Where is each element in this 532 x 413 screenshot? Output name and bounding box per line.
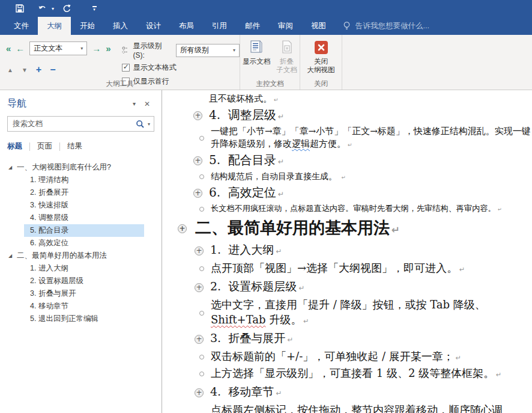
nav-tree-item[interactable]: 4. 调整层级 bbox=[24, 212, 144, 224]
nav-tree-item[interactable]: ◢二、最简单好用的基本用法 bbox=[7, 249, 154, 262]
outline-body-text[interactable]: 点开顶部「视图」→选择「大纲视图」，即可进入。↵ bbox=[162, 260, 532, 277]
promote-button[interactable]: ← bbox=[16, 44, 25, 53]
body-bullet-icon[interactable] bbox=[199, 372, 204, 376]
redo-icon bbox=[62, 4, 71, 13]
navigation-title: 导航 bbox=[7, 97, 128, 110]
paragraph-return-mark: ↵ bbox=[274, 96, 279, 103]
outline-body-text[interactable]: 且不破坏格式。↵ bbox=[162, 93, 532, 106]
save-button[interactable] bbox=[10, 1, 30, 16]
nav-tree-item[interactable]: 4. 移动章节 bbox=[24, 300, 144, 313]
nav-item-label: 二、最简单好用的基本用法 bbox=[17, 251, 107, 261]
promote-to-heading1-button[interactable]: « bbox=[6, 44, 11, 53]
expand-collapse-plus-icon[interactable]: + bbox=[195, 283, 204, 292]
nav-tree-item[interactable]: 5. 退出回到正常编辑 bbox=[24, 313, 144, 325]
ribbon-tab-4[interactable]: 设计 bbox=[137, 17, 170, 35]
body-bullet-icon[interactable] bbox=[199, 311, 204, 316]
navigation-close-icon[interactable]: ✕ bbox=[140, 100, 154, 108]
nav-tree-item[interactable]: ◢一、大纲视图到底有什么用? bbox=[7, 161, 154, 174]
ribbon-tab-9[interactable]: 视图 bbox=[302, 17, 335, 35]
ribbon-tab-8[interactable]: 审阅 bbox=[269, 17, 302, 35]
outline-heading[interactable]: +2. 设置标题层级↵ bbox=[162, 279, 532, 296]
outline-level-combobox[interactable]: 正文文本 ▾ bbox=[29, 41, 87, 55]
paragraph-return-mark: ↵ bbox=[303, 317, 309, 325]
show-level-combobox[interactable]: 所有级别 ▾ bbox=[176, 44, 240, 57]
demote-to-bodytext-button[interactable]: » bbox=[106, 44, 110, 53]
outline-heading[interactable]: +5. 配合目录↵ bbox=[162, 153, 532, 169]
outline-heading[interactable]: +3. 折叠与展开↵ bbox=[162, 331, 532, 347]
collapse-triangle-icon[interactable]: ◢ bbox=[7, 165, 17, 170]
outline-body-text[interactable]: 双击标题前的「+/-」，可单独收起 / 展开某一章；↵ bbox=[162, 349, 532, 366]
outline-heading[interactable]: +4. 移动章节↵ bbox=[162, 384, 532, 401]
search-input[interactable] bbox=[13, 120, 136, 128]
nav-item-label: 5. 退出回到正常编辑 bbox=[30, 314, 98, 324]
expand-collapse-plus-icon[interactable]: + bbox=[195, 246, 204, 255]
ribbon-tab-2[interactable]: 开始 bbox=[71, 17, 104, 35]
paragraph-return-mark: ↵ bbox=[287, 335, 293, 344]
expand-collapse-plus-icon[interactable]: + bbox=[195, 335, 204, 344]
outline-body-text[interactable]: 上方选择「显示级别」，可直接看 1 级、2 级等整体框架。↵ bbox=[162, 366, 532, 382]
save-icon bbox=[15, 4, 25, 13]
ribbon-tab-1[interactable]: 大纲 bbox=[38, 17, 71, 35]
qat-customize-button[interactable]: ▾ bbox=[85, 6, 103, 11]
ribbon-tab-3[interactable]: 插入 bbox=[104, 17, 137, 35]
navigation-options-caret[interactable]: ▾ bbox=[128, 100, 140, 107]
move-up-button[interactable]: ▲ bbox=[7, 67, 13, 73]
outline-heading[interactable]: +1. 进入大纲↵ bbox=[162, 242, 532, 259]
ribbon-tab-0[interactable]: 文件 bbox=[5, 17, 38, 35]
outline-heading[interactable]: +二、最简单好用的基本用法↵ bbox=[162, 217, 532, 240]
outline-body-text[interactable]: 点标题左侧标记，按住拖动，整节内容跟着移动，顺序随心调整。↵ bbox=[162, 402, 532, 413]
expand-collapse-plus-icon[interactable]: + bbox=[195, 388, 204, 397]
undo-dropdown-caret[interactable]: ▾ bbox=[52, 6, 54, 11]
expand-collapse-plus-icon[interactable]: + bbox=[193, 156, 202, 165]
show-text-format-option[interactable]: 显示文本格式 bbox=[122, 62, 240, 73]
undo-button[interactable] bbox=[32, 1, 53, 16]
nav-tree-item[interactable]: 2. 设置标题层级 bbox=[24, 275, 144, 287]
nav-item-label: 4. 调整层级 bbox=[30, 213, 68, 223]
redo-button[interactable] bbox=[56, 1, 77, 16]
search-icon[interactable] bbox=[136, 120, 145, 129]
expand-collapse-plus-icon[interactable]: + bbox=[178, 224, 187, 233]
paragraph-return-mark: ↵ bbox=[278, 157, 284, 166]
body-bullet-icon[interactable] bbox=[199, 174, 204, 179]
checkbox-checked-icon[interactable] bbox=[122, 64, 130, 72]
body-bullet-icon[interactable] bbox=[199, 207, 204, 212]
body-bullet-icon[interactable] bbox=[199, 266, 204, 271]
tell-me-box[interactable]: 告诉我您想要做什么... bbox=[335, 17, 437, 35]
body-bullet-icon[interactable] bbox=[199, 136, 204, 141]
outline-text: 选中文字，直接用「提升 / 降级」按钮，或按 Tab 降级、Shift+Tab … bbox=[211, 297, 516, 329]
ribbon-tab-7[interactable]: 邮件 bbox=[236, 17, 269, 35]
nav-tree-item[interactable]: 3. 快速排版 bbox=[24, 199, 144, 212]
document-outline-area[interactable]: 且不破坏格式。↵+4. 调整层级↵一键把「小节→章」「章→小节」「正文→标题」，… bbox=[162, 90, 532, 413]
outline-body-text[interactable]: 结构规范后，自动目录直接生成。 ↵ bbox=[162, 170, 532, 183]
collapse-triangle-icon[interactable]: ◢ bbox=[7, 253, 17, 259]
move-down-button[interactable]: ▼ bbox=[22, 67, 28, 73]
search-dropdown-caret[interactable]: ▾ bbox=[148, 121, 150, 127]
demote-button[interactable]: → bbox=[92, 44, 101, 53]
ribbon-tab-5[interactable]: 布局 bbox=[170, 17, 203, 35]
search-box[interactable]: ▾ bbox=[7, 116, 154, 132]
nav-tab-0[interactable]: 标题 bbox=[7, 140, 22, 153]
nav-tree-item[interactable]: 6. 高效定位 bbox=[24, 237, 144, 249]
expand-collapse-plus-icon[interactable]: + bbox=[193, 111, 202, 120]
nav-tree-item[interactable]: 1. 理清结构 bbox=[24, 174, 144, 186]
text-segment: 点开顶部「视图」→选择「大纲视图」，即可进入。 bbox=[211, 262, 458, 274]
nav-tree-item[interactable]: 1. 进入大纲 bbox=[24, 262, 144, 275]
body-bullet-icon[interactable] bbox=[199, 355, 204, 359]
outline-heading[interactable]: +6. 高效定位↵ bbox=[162, 185, 532, 201]
outline-heading[interactable]: +4. 调整层级↵ bbox=[162, 108, 532, 124]
paragraph-return-mark: ↵ bbox=[278, 112, 284, 121]
collapse-button[interactable]: − bbox=[50, 65, 55, 75]
text-segment: 上方选择「显示级别」，可直接看 1 级、2 级等整体框架。 bbox=[211, 367, 494, 379]
outline-body-text[interactable]: 一键把「小节→章」「章→小节」「正文→标题」，快速修正结构混乱。实现一键升降标题… bbox=[162, 125, 532, 151]
outline-body-text[interactable]: 选中文字，直接用「提升 / 降级」按钮，或按 Tab 降级、Shift+Tab … bbox=[162, 297, 532, 329]
nav-tab-2[interactable]: 结果 bbox=[67, 140, 82, 153]
nav-tree-item[interactable]: 2. 折叠展开 bbox=[24, 186, 144, 199]
text-segment: 4. 调整层级 bbox=[209, 108, 276, 122]
ribbon-tab-6[interactable]: 引用 bbox=[203, 17, 236, 35]
nav-tree-item[interactable]: 3. 折叠与展开 bbox=[24, 287, 144, 300]
outline-body-text[interactable]: 长文档不用疯狂滚动，点标题直达内容。审稿时先看大纲，先审结构、再审内容。↵ bbox=[162, 203, 532, 215]
nav-tab-1[interactable]: 页面 bbox=[37, 140, 52, 153]
expand-button[interactable]: + bbox=[36, 65, 41, 75]
expand-collapse-plus-icon[interactable]: + bbox=[193, 189, 202, 198]
nav-tree-item[interactable]: 5. 配合目录 bbox=[24, 224, 144, 237]
